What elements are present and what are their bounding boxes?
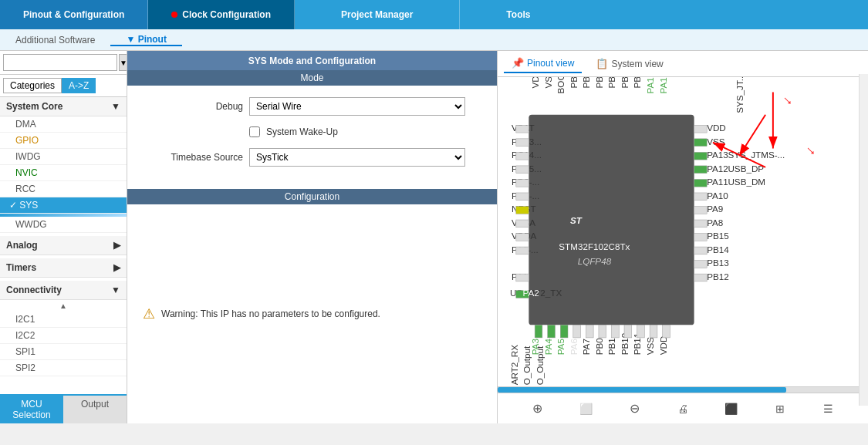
svg-text:PB8: PB8 [569,77,579,89]
svg-text:PA15: PA15 [645,77,655,93]
mode-header: Mode [127,70,497,86]
sidebar-item-gpio[interactable]: GPIO [0,133,127,149]
svg-text:PB1: PB1 [606,338,616,355]
search-dropdown[interactable]: ▼ [119,54,127,71]
svg-rect-60 [694,234,708,241]
svg-rect-80 [611,325,619,338]
svg-rect-30 [516,220,529,228]
svg-text:VSS: VSS [707,137,725,147]
svg-rect-24 [516,179,529,187]
sidebar-item-wwdg[interactable]: WWDG [0,217,127,233]
svg-text:O_Output: O_Output [535,346,545,385]
svg-text:SYS_JTMS-...: SYS_JTMS-... [728,150,785,160]
svg-text:PA11: PA11 [707,177,728,187]
sort-categories-btn[interactable]: Categories [3,78,62,93]
system-wakeup-checkbox[interactable] [249,126,260,137]
scroll-bar[interactable] [859,74,868,406]
sort-bar: Categories A->Z [0,75,127,97]
svg-rect-18 [516,139,529,147]
output-tab[interactable]: Output [63,396,127,423]
layout-button[interactable]: ⬛ [719,398,744,420]
chip-svg: VDD VSS BOO... PB8 PB7 PB6 PB5 PB4 PB3 P… [498,77,868,393]
svg-rect-16 [516,125,529,133]
svg-rect-34 [516,247,529,255]
sidebar-item-spi1[interactable]: SPI1 [0,344,127,360]
analog-header[interactable]: Analog ▶ [0,236,127,255]
sidebar-item-i2c1[interactable]: I2C1 [0,312,127,328]
svg-text:PA10: PA10 [707,190,728,201]
sort-az-btn[interactable]: A->Z [62,78,96,93]
section-analog: Analog ▶ [0,236,127,255]
sidebar-item-nvic[interactable]: NVIC [0,165,127,181]
timebase-label: Timebase Source [143,152,243,163]
print-button[interactable]: 🖨 [670,398,695,420]
grid-button[interactable]: ⊞ [768,398,792,420]
mode-form: Debug Serial Wire System Wake-Up Timebas… [127,86,497,189]
svg-rect-74 [573,325,581,338]
svg-rect-22 [516,166,529,174]
warning-box: ⚠ Warning: This IP has no parameters to … [127,204,497,423]
warning-text: Warning: This IP has no parameters to be… [161,308,380,319]
warning-icon: ⚠ [143,305,155,322]
scroll-up-indicator[interactable]: ▲ [0,300,127,312]
debug-select[interactable]: Serial Wire [249,97,465,116]
sidebar-item-dma[interactable]: DMA [0,116,127,133]
tab-pinout-view[interactable]: 📌 Pinout view [504,54,582,73]
svg-text:PA2: PA2 [523,288,539,298]
tab-tools[interactable]: Tools [460,0,576,29]
sidebar-bottom: MCU Selection Output [0,394,127,423]
settings-button[interactable]: ☰ [816,398,840,420]
debug-row: Debug Serial Wire [143,97,481,116]
timers-header[interactable]: Timers ▶ [0,258,127,278]
sub-nav-pinout[interactable]: ▼ Pinout [110,34,182,46]
system-wakeup-label: System Wake-Up [266,126,338,137]
connectivity-header[interactable]: Connectivity ▼ [0,281,127,300]
search-input[interactable] [3,54,117,71]
system-core-header[interactable]: System Core ▼ [0,97,127,116]
svg-text:PB0: PB0 [594,338,604,356]
tab-clock[interactable]: Clock Configuration [148,0,295,29]
svg-text:PB5: PB5 [606,77,616,89]
svg-text:PA12: PA12 [707,164,728,174]
svg-rect-32 [516,234,529,241]
sidebar-item-iwdg[interactable]: IWDG [0,149,127,165]
section-system-core: System Core ▼ DMA GPIO IWDG NVIC RCC [0,97,127,233]
panel-title: SYS Mode and Configuration [127,51,497,70]
svg-text:PB3: PB3 [632,77,642,89]
svg-text:VSS: VSS [543,77,553,89]
sidebar-item-sys[interactable]: ✓ SYS [0,197,127,214]
svg-rect-47 [694,166,708,174]
svg-rect-54 [694,193,708,201]
svg-text:VDD: VDD [707,123,726,133]
svg-text:ART2_RX: ART2_RX [509,345,519,386]
timebase-select[interactable]: SysTick [249,148,465,167]
svg-text:PA14: PA14 [658,77,668,93]
center-panel: SYS Mode and Configuration Mode Debug Se… [127,51,498,423]
sidebar-item-rcc[interactable]: RCC [0,181,127,197]
tab-project[interactable]: Project Manager [295,0,460,29]
sub-nav-additional[interactable]: Additional Software [0,35,110,46]
mcu-selection-tab[interactable]: MCU Selection [0,396,63,423]
tab-pinout[interactable]: Pinout & Configuration [0,0,148,29]
svg-rect-70 [548,325,556,338]
svg-text:STM32F102C8Tx: STM32F102C8Tx [559,241,630,251]
svg-rect-58 [694,220,708,228]
zoom-in-button[interactable]: ⊕ [525,398,549,420]
svg-text:VDD: VDD [530,77,540,89]
sidebar-item-i2c2[interactable]: I2C2 [0,328,127,344]
svg-rect-88 [663,325,670,338]
bottom-scrollbar[interactable] [498,386,859,393]
timebase-row: Timebase Source SysTick [143,148,481,167]
svg-rect-26 [516,193,529,201]
top-nav: Pinout & Configuration Clock Configurati… [0,0,868,29]
frame-button[interactable]: ⬜ [573,398,598,420]
svg-text:LQFP48: LQFP48 [578,256,612,266]
tab-system-view[interactable]: 📋 System view [588,55,670,72]
sidebar-item-spi2[interactable]: SPI2 [0,360,127,376]
svg-rect-56 [694,206,708,214]
sidebar-content: System Core ▼ DMA GPIO IWDG NVIC RCC [0,97,127,394]
svg-rect-44 [694,152,708,160]
svg-rect-43 [694,139,708,147]
zoom-out-button[interactable]: ⊖ [622,398,647,420]
pinout-area: VDD VSS BOO... PB8 PB7 PB6 PB5 PB4 PB3 P… [498,77,868,393]
